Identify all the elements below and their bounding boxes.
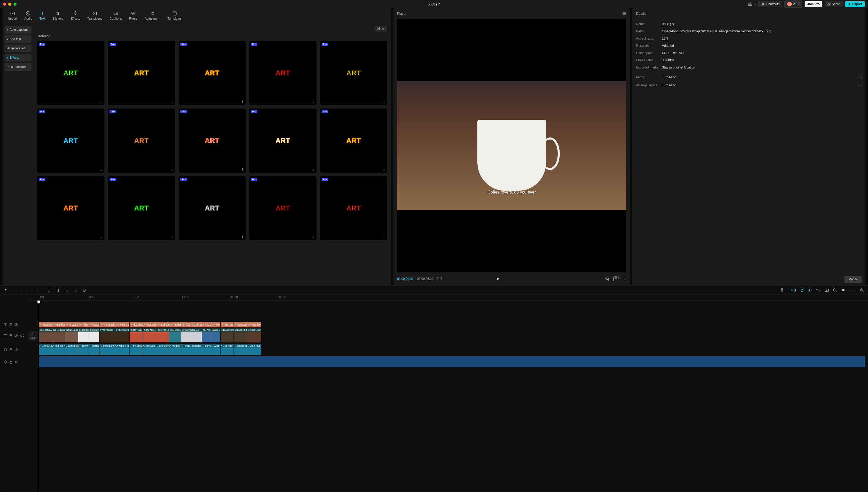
preview-icon[interactable] xyxy=(824,288,829,293)
effect-card[interactable]: Pro ART ⭳ xyxy=(37,176,104,240)
effect-card[interactable]: Pro ART ⭳ xyxy=(320,176,387,240)
effect-card[interactable]: Pro ART ⭳ xyxy=(249,41,316,105)
text-clip[interactable]: A≡feel like xyxy=(52,322,65,327)
lock-icon[interactable] xyxy=(9,323,12,326)
audio-clip[interactable]: 🗩 write a sc xyxy=(115,344,129,355)
music-clip[interactable] xyxy=(39,356,865,367)
text-track[interactable]: A≡Coffee loA≡feel likeA≡a bad coA≡I have… xyxy=(39,322,865,327)
audio-clip[interactable]: 🗩 feel like y xyxy=(52,344,65,355)
text-clip[interactable]: A≡has a lo xyxy=(143,322,156,327)
split-right-tool[interactable] xyxy=(64,288,69,293)
effect-card[interactable]: Pro ART ⭳ xyxy=(108,176,175,240)
download-icon[interactable]: ⭳ xyxy=(312,168,315,171)
video-clip[interactable]: 640ab51f534 xyxy=(247,328,261,342)
text-clip[interactable]: A≡with y xyxy=(211,322,220,327)
snap-left-icon[interactable] xyxy=(791,288,796,293)
video-clip[interactable]: f934e7c61c xyxy=(143,328,156,342)
lock-icon[interactable] xyxy=(9,348,12,351)
download-icon[interactable]: ⭳ xyxy=(171,168,174,171)
tab-stickers[interactable]: Stickers xyxy=(49,10,67,21)
text-clip[interactable]: A≡It's chea xyxy=(130,322,143,327)
effect-card[interactable]: Pro ART ⭳ xyxy=(179,41,246,105)
timeline-tracks[interactable]: A≡Coffee loA≡feel likeA≡a bad coA≡I have… xyxy=(28,300,868,492)
audio-clip[interactable]: 🗩 Plus, it's porta xyxy=(181,344,202,355)
mute-icon[interactable] xyxy=(15,361,18,364)
audio-clip[interactable]: 🗩 and com xyxy=(156,344,169,355)
text-clip[interactable]: A≡and com xyxy=(156,322,169,327)
layout-icon[interactable] xyxy=(748,2,752,6)
eye-icon[interactable] xyxy=(15,323,18,326)
video-clip[interactable]: 4ac7d5 xyxy=(211,328,220,342)
audio-clip[interactable]: 🗩 It's chea xyxy=(130,344,143,355)
video-clip[interactable]: c28104f2da xyxy=(52,328,65,342)
video-clip[interactable]: 9196090dfdac16 xyxy=(181,328,202,342)
download-icon[interactable]: ⭳ xyxy=(383,235,386,239)
effect-card[interactable]: Pro ART ⭳ xyxy=(249,108,316,172)
video-clip[interactable]: 043b9307 xyxy=(78,328,88,342)
effect-card[interactable]: Pro ART ⭳ xyxy=(179,108,246,172)
fullscreen-icon[interactable] xyxy=(621,276,626,281)
effect-card[interactable]: Pro ART ⭳ xyxy=(249,176,316,240)
audio-clip[interactable]: 🗩 models t xyxy=(169,344,181,355)
share-button[interactable]: Share xyxy=(825,1,843,7)
aspect-ratio-button[interactable]: 16:9 xyxy=(613,276,618,281)
effect-card[interactable]: Pro ART ⭳ xyxy=(37,108,104,172)
tab-audio[interactable]: Audio xyxy=(21,10,35,21)
audio-track[interactable]: 🗩 Coffee lo🗩 feel like y🗩 a bad co🗩 I ha… xyxy=(39,344,865,355)
zoom-in-icon[interactable] xyxy=(859,288,864,293)
audio-clip[interactable]: 🗩 so yo xyxy=(202,344,211,355)
video-clip[interactable]: 043b930 xyxy=(89,328,99,342)
effect-card[interactable]: Pro ART ⭳ xyxy=(108,108,175,172)
text-clip[interactable]: A≡Plus, it's porta xyxy=(181,322,202,327)
text-clip[interactable]: A≡Get your xyxy=(221,322,233,327)
sidebar-text-template[interactable]: Text template xyxy=(5,63,31,71)
download-icon[interactable]: ⭳ xyxy=(100,235,103,239)
audio-clip[interactable]: 🗩 Get your h xyxy=(221,344,233,355)
audio-clip[interactable]: 🗩 amazing xyxy=(234,344,247,355)
text-clip[interactable]: A≡Coffee lo xyxy=(39,322,52,327)
zoom-out-icon[interactable] xyxy=(832,288,838,293)
effect-card[interactable]: Pro ART ⭳ xyxy=(320,41,387,105)
crop-icon[interactable] xyxy=(605,276,610,281)
redo-button[interactable] xyxy=(34,288,39,293)
download-icon[interactable]: ⭳ xyxy=(241,235,244,239)
effect-card[interactable]: Pro ART ⭳ xyxy=(179,176,246,240)
sidebar-effects[interactable]: ▸Effects xyxy=(5,54,31,62)
split-left-tool[interactable] xyxy=(55,288,60,293)
text-clip[interactable]: A≡models xyxy=(169,322,181,327)
mute-icon[interactable] xyxy=(15,348,18,351)
video-clip[interactable]: 640ab51f53 xyxy=(221,328,233,342)
download-icon[interactable]: ⭳ xyxy=(383,100,386,103)
video-clip[interactable]: f934e7c61c xyxy=(156,328,169,342)
magnet-icon[interactable] xyxy=(799,288,805,293)
tab-effects[interactable]: Effects xyxy=(68,10,83,21)
audio-clip[interactable]: 🗩 I have t xyxy=(78,344,88,355)
delete-tool[interactable] xyxy=(73,288,78,293)
shortcuts-button[interactable]: Shortcuts xyxy=(758,1,783,7)
tab-captions[interactable]: Captions xyxy=(106,10,125,21)
download-icon[interactable]: ⭳ xyxy=(312,100,315,103)
mic-icon[interactable] xyxy=(780,288,785,293)
video-clip[interactable]: 97d8726d0d xyxy=(99,328,115,342)
video-clip[interactable]: 97d8726d0d xyxy=(115,328,129,342)
snap-right-icon[interactable] xyxy=(808,288,813,293)
text-clip[interactable]: A≡I have xyxy=(78,322,88,327)
undo-button[interactable] xyxy=(25,288,30,293)
eye-icon[interactable] xyxy=(15,335,18,337)
audio-clip[interactable]: 🗩 with y xyxy=(211,344,220,355)
sidebar-add-text[interactable]: ▸Add text xyxy=(5,35,31,43)
tab-import[interactable]: Import xyxy=(5,10,20,21)
download-icon[interactable]: ⭳ xyxy=(312,235,315,239)
audio-clip[interactable]: 🗩 a bad co xyxy=(65,344,78,355)
timeline-ruler[interactable]: 00:00| 00:05| 00:10| 00:15| 00:20| 00:25 xyxy=(28,295,868,300)
close-window[interactable] xyxy=(3,3,6,6)
join-pro-button[interactable]: Join Pro xyxy=(805,1,822,7)
effect-card[interactable]: Pro ART ⭳ xyxy=(320,108,387,172)
text-clip[interactable]: A≡so yo xyxy=(202,322,211,327)
export-button[interactable]: Export xyxy=(845,1,865,7)
user-menu[interactable]: A...0 xyxy=(784,1,802,8)
player-menu-icon[interactable] xyxy=(622,12,626,15)
video-preview[interactable]: Coffee lovers, do you ever xyxy=(397,19,626,272)
text-clip[interactable]: A≡your favo xyxy=(247,322,261,327)
link-icon[interactable] xyxy=(816,288,821,293)
